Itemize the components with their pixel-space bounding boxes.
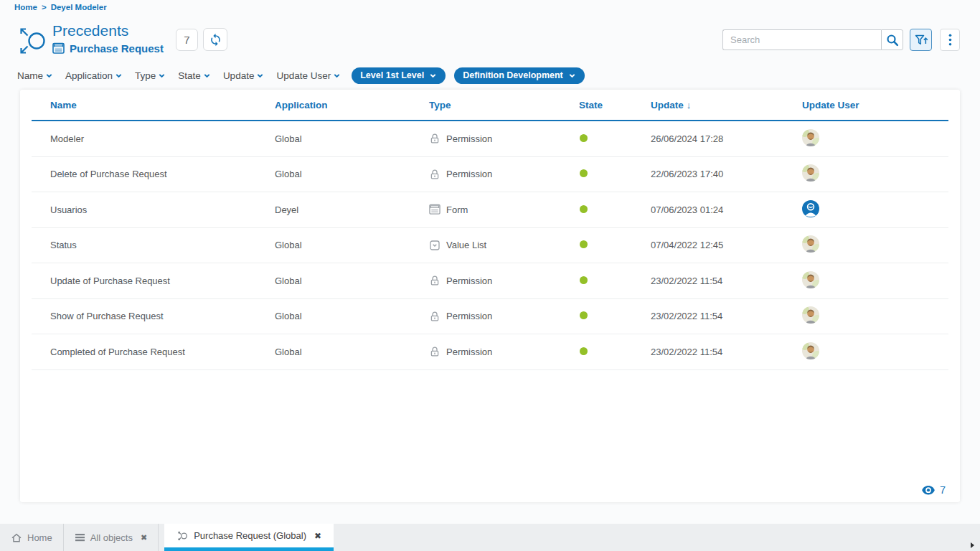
state-dot [580,169,588,177]
table-row[interactable]: Usuarios Deyel Form 07/06/2023 01:24 [32,192,948,228]
search-icon [886,34,899,47]
breadcrumb-home-link[interactable]: Home [14,3,37,11]
page-header: Precedents Purchase Request 7 [17,22,963,65]
state-dot [580,205,588,213]
cell-name: Delete of Purchase Request [50,169,275,179]
cell-update-user [802,306,948,326]
column-header[interactable]: Name ↓ [50,100,275,110]
lock-icon [429,311,440,322]
user-avatar-photo [802,306,819,324]
lock-icon [429,169,440,180]
type-label: Permission [446,311,492,321]
filter-dropdown[interactable]: Application [65,70,123,81]
cell-update-user [802,200,948,220]
type-label: Permission [446,276,492,286]
search-input[interactable] [722,29,881,50]
visible-count: 7 [940,484,946,496]
filter-dropdown[interactable]: Name [17,70,53,81]
home-icon [11,532,22,543]
table-header-row: Name ↓ Application ↓ Type ↓ State ↓ Upda… [32,90,948,121]
breadcrumb-separator: > [42,3,47,11]
chevron-down-icon [158,72,166,80]
active-filter-pill[interactable]: Definition Development [454,67,585,84]
kebab-icon [948,34,952,46]
breadcrumb: Home > Deyel Modeler [14,3,107,11]
table-row[interactable]: Delete of Purchase Request Global Permis… [32,157,948,193]
cell-update: 07/06/2023 01:24 [651,204,802,215]
cell-state [579,311,651,321]
tab-all-objects[interactable]: All objects ✖ [64,524,159,551]
cell-name: Status [50,240,275,250]
cell-update: 22/06/2023 17:40 [651,169,802,179]
form-icon [429,204,440,215]
cell-update-user [802,342,948,362]
cell-application: Global [275,133,429,144]
filter-button[interactable] [910,29,932,51]
chevron-down-icon [115,72,123,80]
precedents-icon [17,25,49,57]
cell-update: 23/02/2022 11:54 [651,347,802,357]
state-dot [580,311,588,319]
tab-label: All objects [90,532,133,543]
type-label: Permission [446,169,492,179]
tab-purchase-request-global[interactable]: Purchase Request (Global) ✖ [164,524,334,551]
page-title: Precedents [52,22,164,39]
cell-application: Global [275,311,429,321]
cell-name: Modeler [50,133,275,144]
cell-type: Permission [429,133,579,144]
cell-application: Deyel [275,204,429,215]
cell-update-user [802,235,948,255]
refresh-button[interactable] [203,28,227,51]
column-header[interactable]: Type ↓ [429,100,579,110]
lock-icon [429,133,440,144]
cell-update: 23/02/2022 11:54 [651,311,802,321]
column-header[interactable]: Application ↓ [275,100,429,110]
table-row[interactable]: Modeler Global Permission 26/06/2024 17:… [32,121,948,157]
column-header[interactable]: Update User ↓ [802,100,948,110]
cell-update-user [802,129,948,149]
close-tab-icon[interactable]: ✖ [314,531,321,541]
cell-application: Global [275,169,429,179]
cell-name: Update of Purchase Request [50,276,275,286]
filter-dropdown[interactable]: State [178,70,211,81]
filter-dropdown[interactable]: Update User [276,70,341,81]
cell-application: Global [275,240,429,250]
cell-update-user [802,271,948,291]
table-row[interactable]: Status Global Value List 07/04/2022 12:4… [32,228,948,264]
cell-state [579,204,651,215]
user-avatar-photo [802,235,819,253]
close-tab-icon[interactable]: ✖ [141,533,147,542]
active-filter-pill[interactable]: Level 1st Level [352,67,446,84]
bottom-tab-bar: Home All objects ✖ Purchase Request (Glo… [0,524,980,551]
table-row[interactable]: Completed of Purchase Request Global Per… [32,334,948,370]
user-avatar-photo [802,129,819,146]
tab-home[interactable]: Home [0,524,64,551]
user-avatar-photo [802,342,819,359]
chevron-down-icon [429,72,437,80]
cell-state [579,347,651,357]
results-card: Name ↓ Application ↓ Type ↓ State ↓ Upda… [20,90,960,502]
breadcrumb-current-link[interactable]: Deyel Modeler [51,3,107,11]
column-header[interactable]: Update ↓ [651,100,802,110]
search-button[interactable] [881,29,903,50]
chevron-down-icon [256,72,264,80]
cell-type: Value List [429,240,579,251]
column-header[interactable]: State ↓ [579,100,651,110]
type-label: Value List [446,240,486,250]
state-dot [580,276,588,284]
type-label: Form [446,204,468,215]
cell-update-user [802,164,948,184]
cell-name: Usuarios [50,204,275,215]
filter-dropdown[interactable]: Update [223,70,265,81]
visible-count-footer: 7 [922,484,946,496]
scrollbar-arrow[interactable] [971,542,974,548]
table-row[interactable]: Show of Purchase Request Global Permissi… [32,299,948,335]
kebab-menu-button[interactable] [940,29,960,51]
state-dot [580,134,588,142]
user-avatar-photo [802,271,819,288]
sort-desc-icon: ↓ [687,100,692,110]
cell-update: 26/06/2024 17:28 [651,133,802,144]
filter-dropdown[interactable]: Type [135,70,166,81]
title-block: Precedents Purchase Request [52,22,164,55]
table-row[interactable]: Update of Purchase Request Global Permis… [32,263,948,299]
